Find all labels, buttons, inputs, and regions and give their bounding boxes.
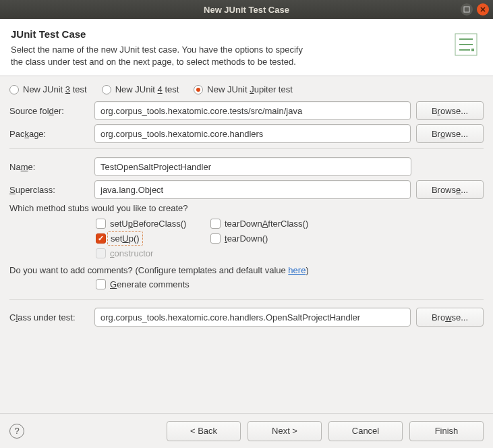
next-button[interactable]: Next > (248, 421, 322, 441)
radio-junit-jupiter[interactable]: New JUnit Jupiter test (194, 84, 292, 94)
checkbox-icon (210, 233, 221, 244)
radio-icon (194, 85, 203, 94)
svg-rect-5 (471, 49, 474, 51)
source-folder-input[interactable] (94, 101, 411, 120)
junit-wizard-icon (450, 28, 482, 61)
junit-version-radios: New JUnit 3 test New JUnit 4 test New JU… (9, 83, 484, 101)
dialog-header: JUnit Test Case Select the name of the n… (0, 19, 493, 76)
class-under-test-label: Class under test: (9, 312, 89, 323)
checkbox-teardownafterclass[interactable]: tearDownAfterClass() (210, 219, 345, 229)
checkbox-icon (96, 219, 106, 229)
checkbox-icon (96, 248, 106, 258)
titlebar: New JUnit Test Case (0, 0, 493, 19)
checkbox-teardown[interactable]: tearDown() (210, 233, 345, 244)
browse-class-under-test-button[interactable]: Browse... (416, 308, 484, 327)
browse-package-button[interactable]: Browse... (416, 124, 484, 143)
radio-icon (9, 85, 19, 94)
divider (9, 299, 484, 300)
dialog-footer: ? < Back Next > Cancel Finish (0, 413, 493, 448)
back-button[interactable]: < Back (167, 421, 241, 441)
comments-question: Do you want to add comments? (Configure … (9, 265, 484, 275)
checkbox-setup[interactable]: setUp() (96, 233, 210, 244)
close-button[interactable] (477, 3, 489, 16)
checkbox-setupbeforeclass[interactable]: setUpBeforeClass() (96, 219, 210, 229)
name-label: Name: (9, 162, 89, 172)
checkbox-icon (96, 233, 106, 244)
page-description: Select the name of the new JUnit test ca… (11, 44, 450, 67)
source-folder-label: Source folder: (9, 106, 89, 116)
configure-templates-link[interactable]: here (288, 265, 306, 275)
finish-button[interactable]: Finish (409, 421, 484, 441)
checkbox-constructor: constructor (96, 248, 210, 258)
superclass-input[interactable] (94, 180, 411, 199)
class-under-test-input[interactable] (94, 308, 411, 327)
browse-superclass-button[interactable]: Browse... (416, 180, 484, 199)
divider (9, 148, 484, 149)
method-stubs-question: Which method stubs would you like to cre… (9, 203, 484, 213)
minimize-button[interactable] (461, 3, 473, 16)
name-input[interactable] (94, 157, 411, 176)
radio-junit3[interactable]: New JUnit 3 test (9, 84, 87, 94)
radio-icon (102, 85, 111, 94)
help-icon[interactable]: ? (9, 424, 24, 439)
window-title: New JUnit Test Case (204, 5, 289, 15)
checkbox-icon (210, 219, 221, 229)
page-title: JUnit Test Case (11, 28, 450, 40)
package-label: Package: (9, 129, 89, 139)
package-input[interactable] (94, 124, 411, 143)
superclass-label: Superclass: (9, 185, 89, 195)
cancel-button[interactable]: Cancel (328, 421, 403, 441)
checkbox-generate-comments[interactable]: Generate comments (96, 279, 484, 289)
radio-junit4[interactable]: New JUnit 4 test (102, 84, 179, 94)
svg-rect-0 (464, 7, 469, 12)
checkbox-icon (96, 279, 106, 289)
browse-source-folder-button[interactable]: Browse... (416, 101, 484, 120)
